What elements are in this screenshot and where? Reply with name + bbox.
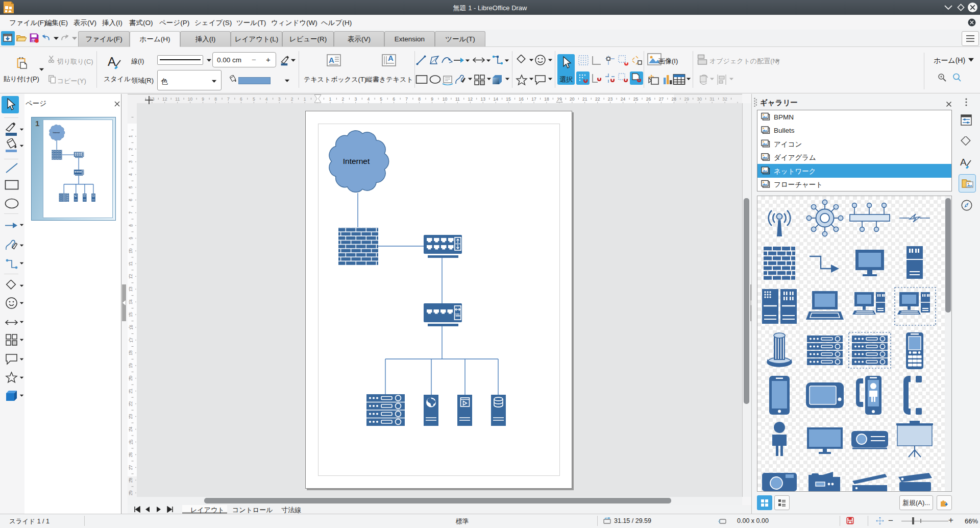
svg-text:9: 9 [431,97,433,102]
svg-text:13: 13 [480,97,485,102]
svg-text:10: 10 [443,97,448,102]
svg-text:27: 27 [659,97,664,102]
svg-text:A: A [329,56,334,64]
svg-text:A: A [108,55,116,68]
svg-text:A: A [388,54,394,62]
svg-text:A: A [960,157,967,167]
svg-text:28: 28 [672,97,677,102]
svg-text:26: 26 [646,97,651,102]
svg-text:2: 2 [291,97,293,102]
svg-text:22: 22 [595,97,600,102]
svg-text:4: 4 [367,97,370,102]
svg-text:17: 17 [531,97,536,102]
svg-text:4: 4 [265,97,268,102]
svg-text:29: 29 [684,97,690,102]
svg-text:25: 25 [633,97,639,102]
svg-text:12: 12 [468,97,473,102]
svg-text:5: 5 [253,97,255,102]
svg-text:3: 3 [354,97,357,102]
svg-text:14: 14 [493,97,498,102]
svg-text:21: 21 [582,97,587,102]
svg-text:31: 31 [709,97,715,102]
svg-text:24: 24 [621,97,626,102]
svg-text:23: 23 [608,97,613,102]
svg-text:3: 3 [278,97,281,102]
svg-text:20: 20 [570,97,575,102]
svg-text:9: 9 [202,97,204,102]
svg-text:1: 1 [304,97,306,102]
svg-text:6: 6 [393,97,395,102]
svg-text:12: 12 [162,97,167,102]
svg-text:30: 30 [697,97,702,102]
svg-text:32: 32 [722,97,727,102]
svg-text:16: 16 [519,97,524,102]
svg-text:11: 11 [455,97,460,102]
svg-text:7: 7 [227,97,230,102]
svg-text:7: 7 [405,97,408,102]
svg-text:10: 10 [188,97,193,102]
svg-text:6: 6 [240,97,242,102]
svg-text:2: 2 [342,97,345,102]
svg-text:8: 8 [214,97,217,102]
svg-text:8: 8 [418,97,421,102]
svg-text:1: 1 [329,97,332,102]
svg-text:18: 18 [544,97,549,102]
svg-text:5: 5 [380,97,382,102]
svg-text:15: 15 [506,97,511,102]
svg-text:11: 11 [175,97,180,102]
